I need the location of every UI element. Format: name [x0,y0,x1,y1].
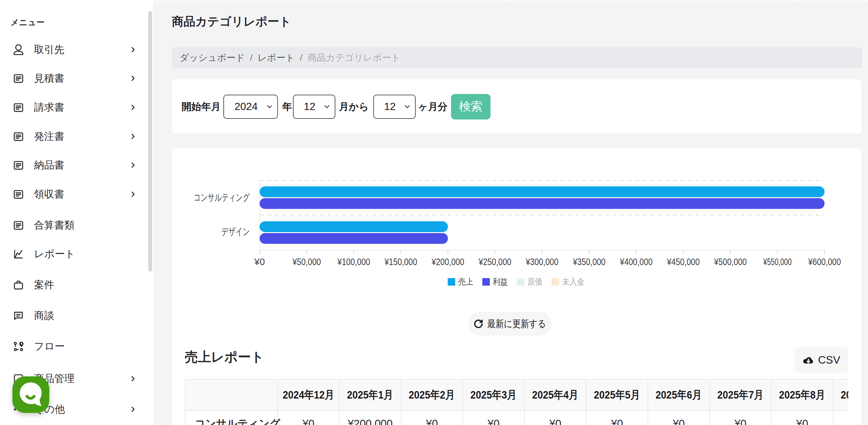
svg-text:¥600,000: ¥600,000 [808,257,841,267]
svg-text:¥500,000: ¥500,000 [714,257,747,267]
svg-text:¥250,000: ¥250,000 [478,257,512,267]
svg-text:コンサルティング: コンサルティング [194,192,250,203]
svg-text:¥450,000: ¥450,000 [667,257,700,267]
svg-text:¥150,000: ¥150,000 [384,257,417,267]
svg-text:¥400,000: ¥400,000 [620,257,653,267]
svg-text:¥550,000: ¥550,000 [763,257,792,267]
svg-text:¥300,000: ¥300,000 [525,257,558,267]
svg-text:¥350,000: ¥350,000 [572,257,606,267]
svg-text:デザイン: デザイン [221,226,250,237]
svg-text:¥200,000: ¥200,000 [431,257,464,267]
svg-text:¥100,000: ¥100,000 [337,257,370,267]
svg-text:¥0: ¥0 [254,257,265,267]
svg-text:¥50,000: ¥50,000 [292,257,321,267]
